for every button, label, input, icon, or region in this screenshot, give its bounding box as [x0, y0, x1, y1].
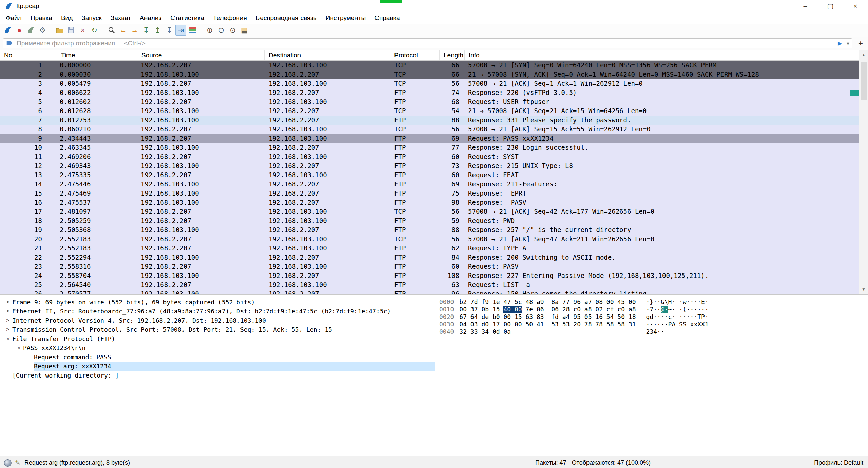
zoom-out-icon[interactable]: ⊖: [216, 25, 227, 36]
go-last-icon[interactable]: ↧: [164, 25, 175, 36]
detail-line[interactable]: >File Transfer Protocol (FTP): [0, 334, 435, 343]
filter-apply-button[interactable]: ►: [836, 40, 843, 47]
detail-collapsed-icon[interactable]: >: [3, 325, 12, 334]
packet-row-3[interactable]: 30.005479192.168.2.207192.168.103.100TCP…: [0, 79, 859, 88]
filter-dropdown-icon[interactable]: ▾: [847, 40, 849, 47]
zoom-in-icon[interactable]: ⊕: [204, 25, 215, 36]
packet-row-26[interactable]: 262.570577192.168.103.100192.168.2.207FT…: [0, 289, 859, 294]
stop-capture-icon[interactable]: ●: [14, 25, 25, 36]
detail-line[interactable]: >Transmission Control Protocol, Src Port…: [0, 325, 435, 334]
detail-expanded-icon[interactable]: >: [3, 334, 13, 343]
detail-line[interactable]: Request command: PASS: [0, 352, 435, 362]
packet-row-18[interactable]: 182.505259192.168.2.207192.168.103.100FT…: [0, 216, 859, 225]
auto-scroll-icon[interactable]: ⇥: [175, 25, 186, 36]
filter-bookmark-icon[interactable]: [6, 40, 13, 47]
resize-columns-icon[interactable]: ▦: [239, 25, 250, 36]
save-file-icon[interactable]: [66, 25, 77, 36]
packet-row-14[interactable]: 142.475446192.168.103.100192.168.2.207FT…: [0, 180, 859, 189]
hex-row-0010[interactable]: 001000 37 0b 15 40 00 7e 06 06 28 c0 a8 …: [439, 306, 868, 313]
go-to-packet-icon[interactable]: ↧: [141, 25, 152, 36]
open-file-icon[interactable]: [54, 25, 65, 36]
restart-capture-icon[interactable]: [25, 25, 36, 36]
menu-tools[interactable]: Инструменты: [321, 13, 370, 23]
menu-edit[interactable]: Правка: [26, 13, 57, 23]
packet-row-25[interactable]: 252.564540192.168.2.207192.168.103.100FT…: [0, 280, 859, 289]
hex-row-0020[interactable]: 002067 64 de b0 00 15 63 83 fd a4 95 05 …: [439, 313, 868, 321]
expert-info-icon[interactable]: [4, 459, 12, 467]
column-header-destination[interactable]: Destination: [265, 50, 390, 60]
capture-options-icon[interactable]: ⚙: [37, 25, 48, 36]
reload-icon[interactable]: ↻: [89, 25, 100, 36]
scroll-down-icon[interactable]: ▼: [859, 285, 868, 293]
start-capture-icon[interactable]: [2, 25, 13, 36]
zoom-original-icon[interactable]: ⊙: [227, 25, 238, 36]
menu-telephony[interactable]: Телефония: [209, 13, 251, 23]
packet-row-12[interactable]: 122.469343192.168.103.100192.168.2.207FT…: [0, 161, 859, 170]
hex-row-0030[interactable]: 003004 03 d0 17 00 00 50 41 53 53 20 78 …: [439, 321, 868, 328]
packet-row-22[interactable]: 222.552294192.168.103.100192.168.2.207FT…: [0, 253, 859, 262]
packet-row-24[interactable]: 242.558704192.168.103.100192.168.2.207FT…: [0, 271, 859, 280]
packet-row-4[interactable]: 40.006622192.168.103.100192.168.2.207FTP…: [0, 88, 859, 97]
menu-capture[interactable]: Захват: [106, 13, 135, 23]
detail-line[interactable]: >Frame 9: 69 bytes on wire (552 bits), 6…: [0, 298, 435, 307]
packet-row-13[interactable]: 132.475335192.168.2.207192.168.103.100FT…: [0, 170, 859, 180]
packet-row-10[interactable]: 102.463345192.168.103.100192.168.2.207FT…: [0, 143, 859, 152]
detail-line[interactable]: [Current working directory: ]: [0, 371, 435, 380]
packet-row-15[interactable]: 152.475469192.168.103.100192.168.2.207FT…: [0, 189, 859, 198]
packet-row-6[interactable]: 60.012628192.168.103.100192.168.2.207TCP…: [0, 106, 859, 116]
column-header-length[interactable]: Length: [440, 50, 465, 60]
packet-row-8[interactable]: 80.060210192.168.2.207192.168.103.100TCP…: [0, 125, 859, 134]
packet-row-9[interactable]: 92.434443192.168.2.207192.168.103.100FTP…: [0, 134, 859, 143]
detail-line[interactable]: >Ethernet II, Src: Routerboardc_77:96:a7…: [0, 307, 435, 316]
packet-row-16[interactable]: 162.475537192.168.103.100192.168.2.207FT…: [0, 198, 859, 207]
packet-list-scrollbar[interactable]: ▲ ▼: [859, 50, 868, 294]
filter-add-button[interactable]: +: [856, 39, 865, 48]
menu-view[interactable]: Вид: [57, 13, 77, 23]
column-header-no[interactable]: No.: [0, 50, 57, 60]
packet-row-11[interactable]: 112.469206192.168.2.207192.168.103.100FT…: [0, 152, 859, 161]
close-button[interactable]: ×: [843, 0, 868, 12]
wireshark-logo-icon[interactable]: [5, 2, 14, 11]
go-first-icon[interactable]: ↥: [152, 25, 163, 36]
menu-help[interactable]: Справка: [370, 13, 404, 23]
capture-comment-icon[interactable]: ✎: [15, 459, 20, 467]
detail-line[interactable]: >Internet Protocol Version 4, Src: 192.1…: [0, 316, 435, 325]
menu-go[interactable]: Запуск: [77, 13, 106, 23]
menu-file[interactable]: Файл: [1, 13, 26, 23]
packet-row-7[interactable]: 70.012753192.168.103.100192.168.2.207FTP…: [0, 116, 859, 125]
menu-statistics[interactable]: Статистика: [166, 13, 209, 23]
detail-line[interactable]: >PASS xxXX1234\r\n: [0, 343, 435, 352]
go-back-icon[interactable]: ←: [118, 25, 129, 36]
detail-collapsed-icon[interactable]: >: [3, 316, 12, 325]
display-filter-input[interactable]: Примените фильтр отображения ... <Ctrl-/…: [3, 38, 852, 48]
column-header-time[interactable]: Time: [57, 50, 137, 60]
packet-row-17[interactable]: 172.481097192.168.2.207192.168.103.100TC…: [0, 207, 859, 216]
colorize-icon[interactable]: [187, 25, 198, 36]
column-header-source[interactable]: Source: [137, 50, 265, 60]
status-profile[interactable]: Профиль: Default: [814, 459, 863, 466]
scroll-up-icon[interactable]: ▲: [859, 51, 868, 59]
packet-row-1[interactable]: 10.000000192.168.2.207192.168.103.100TCP…: [0, 61, 859, 70]
detail-collapsed-icon[interactable]: >: [3, 307, 12, 316]
packet-row-5[interactable]: 50.012602192.168.2.207192.168.103.100FTP…: [0, 97, 859, 106]
menu-analyze[interactable]: Анализ: [135, 13, 166, 23]
maximize-button[interactable]: ▢: [818, 0, 843, 12]
hex-row-0040[interactable]: 004032 33 34 0d 0a 234··: [439, 328, 868, 335]
detail-line[interactable]: Request arg: xxXX1234: [0, 362, 435, 371]
hex-row-0000[interactable]: 0000b2 7d f9 1e 47 5c 48 a9 8a 77 96 a7 …: [439, 298, 868, 306]
packet-row-2[interactable]: 20.000030192.168.103.100192.168.2.207TCP…: [0, 70, 859, 79]
detail-collapsed-icon[interactable]: >: [3, 298, 12, 307]
detail-expanded-icon[interactable]: >: [14, 344, 23, 352]
menu-wireless[interactable]: Беспроводная связь: [251, 13, 321, 23]
close-file-icon[interactable]: ×: [77, 25, 88, 36]
packet-row-23[interactable]: 232.558316192.168.2.207192.168.103.100FT…: [0, 262, 859, 271]
scrollbar-thumb[interactable]: [861, 62, 867, 100]
packet-row-20[interactable]: 202.552183192.168.2.207192.168.103.100TC…: [0, 235, 859, 244]
packet-row-21[interactable]: 212.552183192.168.2.207192.168.103.100FT…: [0, 244, 859, 253]
packet-row-19[interactable]: 192.505368192.168.103.100192.168.2.207FT…: [0, 225, 859, 235]
column-header-protocol[interactable]: Protocol: [390, 50, 440, 60]
column-header-info[interactable]: Info: [465, 50, 859, 60]
go-forward-icon[interactable]: →: [129, 25, 140, 36]
minimize-button[interactable]: –: [793, 0, 818, 12]
find-packet-icon[interactable]: [106, 25, 117, 36]
